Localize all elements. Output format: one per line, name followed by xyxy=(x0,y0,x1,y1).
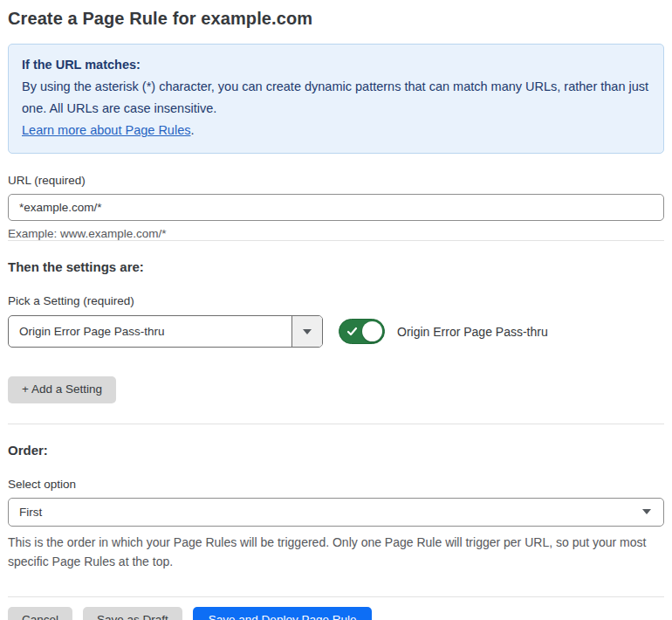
setting-picker-caret-button[interactable] xyxy=(292,316,322,347)
add-setting-button[interactable]: + Add a Setting xyxy=(8,376,116,403)
order-select-value: First xyxy=(19,506,642,519)
origin-error-toggle[interactable] xyxy=(339,319,385,344)
info-box-heading: If the URL matches: xyxy=(22,54,650,76)
checkmark-icon xyxy=(346,326,358,337)
chevron-down-icon xyxy=(642,509,651,514)
create-page-rule-form: Create a Page Rule for example.com If th… xyxy=(0,0,672,620)
save-and-deploy-button[interactable]: Save and Deploy Page Rule xyxy=(193,607,373,620)
url-field-helper: Example: www.example.com/* xyxy=(8,227,664,240)
url-match-info-box: If the URL matches: By using the asteris… xyxy=(8,44,664,154)
order-section-heading: Order: xyxy=(8,443,664,458)
cancel-button[interactable]: Cancel xyxy=(8,607,72,620)
pick-setting-label: Pick a Setting (required) xyxy=(8,294,664,307)
select-option-label: Select option xyxy=(8,478,664,491)
url-input[interactable] xyxy=(8,194,664,221)
save-as-draft-button[interactable]: Save as Draft xyxy=(83,607,182,620)
setting-row: Origin Error Page Pass-thru Origin Error… xyxy=(8,315,664,348)
divider xyxy=(8,424,664,424)
spacer xyxy=(8,571,664,596)
info-box-link-line: Learn more about Page Rules. xyxy=(22,120,650,141)
spacer xyxy=(8,403,664,424)
toggle-knob xyxy=(362,321,382,341)
order-select[interactable]: First xyxy=(8,498,664,527)
settings-section-heading: Then the settings are: xyxy=(8,259,664,274)
setting-picker-value: Origin Error Page Pass-thru xyxy=(9,316,292,347)
footer-actions: Cancel Save as Draft Save and Deploy Pag… xyxy=(8,607,664,620)
setting-picker-dropdown[interactable]: Origin Error Page Pass-thru xyxy=(8,315,323,348)
order-helper-text: This is the order in which your Page Rul… xyxy=(8,533,654,571)
chevron-down-icon xyxy=(303,329,312,334)
divider xyxy=(8,596,664,597)
learn-more-link[interactable]: Learn more about Page Rules xyxy=(22,123,190,137)
page-title: Create a Page Rule for example.com xyxy=(8,9,664,29)
link-suffix: . xyxy=(190,123,194,137)
url-field-label: URL (required) xyxy=(8,174,664,187)
divider xyxy=(8,240,664,241)
info-box-body: By using the asterisk (*) character, you… xyxy=(22,76,650,120)
toggle-label: Origin Error Page Pass-thru xyxy=(397,325,548,339)
